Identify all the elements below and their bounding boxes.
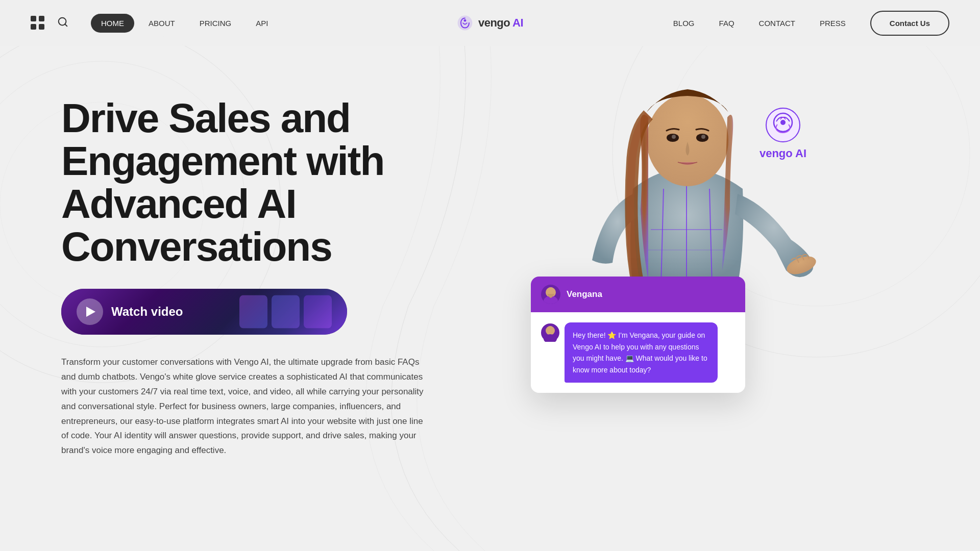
chat-widget: Vengana Hey there! ⭐ I'm Vengana, your g… [531,277,745,393]
svg-point-11 [647,94,728,186]
hero-description: Transform your customer conversations wi… [61,355,429,458]
play-icon-circle [77,298,103,325]
nav-pricing[interactable]: PRICING [189,14,242,33]
svg-point-24 [547,326,553,333]
right-content: vengo AI Vengana [459,66,919,352]
navbar-right: BLOG FAQ CONTACT PRESS Contact Us [663,11,949,36]
watch-video-label: Watch video [111,305,183,319]
svg-point-14 [672,135,676,139]
chat-message-bubble: Hey there! ⭐ I'm Vengana, your guide on … [565,322,718,383]
grid-icon[interactable] [31,16,45,30]
vengo-badge-text: vengo AI [760,147,806,160]
chat-message-avatar [541,323,559,342]
nav-home[interactable]: HOME [91,14,134,33]
nav-api[interactable]: API [246,14,278,33]
nav-contact[interactable]: CONTACT [749,14,805,33]
svg-point-23 [544,334,557,342]
chat-header: Vengana [531,277,745,312]
chat-agent-avatar [541,285,560,304]
navbar-left: HOME ABOUT PRICING API [31,14,278,33]
vengo-badge-icon [765,107,801,143]
navbar: HOME ABOUT PRICING API vengo AI BLOG FAQ… [0,0,980,46]
hero-title: Drive Sales and Engagement with Advanced… [61,97,459,268]
svg-point-18 [780,120,786,125]
play-triangle-icon [86,307,95,317]
nav-about[interactable]: ABOUT [138,14,185,33]
nav-blog[interactable]: BLOG [663,14,705,33]
nav-links-left: HOME ABOUT PRICING API [91,14,278,33]
svg-line-6 [65,24,67,26]
vengo-badge: vengo AI [760,107,806,160]
brand-logo[interactable]: vengo AI [457,15,523,31]
chat-body: Hey there! ⭐ I'm Vengana, your guide on … [531,312,745,393]
svg-point-15 [701,135,705,139]
watch-video-button[interactable]: Watch video [61,289,347,335]
watch-video-overlay: Watch video [61,298,347,325]
ai-character-container: vengo AI Vengana [561,66,817,352]
brand-name: vengo AI [478,16,523,30]
main-content: Drive Sales and Engagement with Advanced… [0,46,980,551]
search-icon[interactable] [57,16,68,30]
nav-faq[interactable]: FAQ [709,14,745,33]
left-content: Drive Sales and Engagement with Advanced… [61,77,459,458]
chat-agent-name: Vengana [567,289,602,299]
contact-us-button[interactable]: Contact Us [870,11,949,36]
nav-press[interactable]: PRESS [810,14,856,33]
svg-point-8 [464,19,467,22]
nav-links-right: BLOG FAQ CONTACT PRESS [663,14,856,33]
chat-message-container: Hey there! ⭐ I'm Vengana, your guide on … [541,322,735,383]
